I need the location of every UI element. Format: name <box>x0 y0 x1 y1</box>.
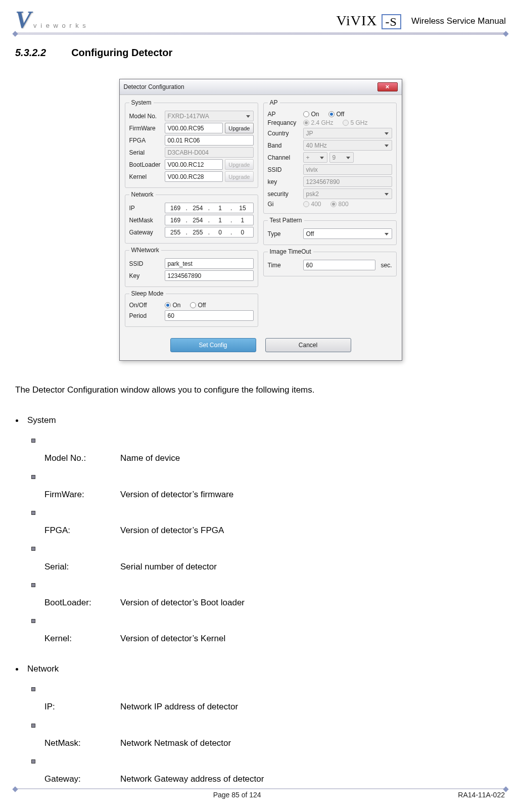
sleep-onoff-label: On/Off <box>129 302 163 309</box>
dialog-title: Detector Configuration <box>124 83 184 90</box>
definition-item: BootLoader:Version of detector’s Boot lo… <box>44 576 506 611</box>
timeout-time-label: Time <box>268 262 301 269</box>
definition-item: FirmWare:Version of detector’s firmware <box>44 467 506 503</box>
close-button[interactable]: × <box>377 82 398 91</box>
definition-term: Serial: <box>44 558 120 576</box>
ap-label: AP <box>268 111 301 118</box>
image-timeout-legend: Image TimeOut <box>268 248 313 255</box>
bootloader-label: BootLoader <box>129 161 163 168</box>
wnetwork-legend: WNetwork <box>129 247 161 254</box>
timeout-unit: sec. <box>381 262 392 269</box>
definition-term: Model No.: <box>44 449 120 467</box>
test-pattern-group: Test Pattern Type Off <box>263 217 397 245</box>
kernel-label: Kernel <box>129 173 163 180</box>
product-logo: ViVIX -S <box>337 13 401 30</box>
kernel-input[interactable]: V00.00.RC28 <box>165 171 223 182</box>
brand-logo-mark: V <box>15 10 31 29</box>
cancel-button[interactable]: Cancel <box>265 338 351 352</box>
ap-security-label: security <box>268 190 301 198</box>
ap-freq-5-radio: 5 GHz <box>343 119 368 126</box>
radio-icon <box>165 302 171 308</box>
ap-key-input: 1234567890 <box>303 176 392 187</box>
section-number: 5.3.2.2 <box>15 47 46 59</box>
gateway-label: Gateway <box>129 229 163 236</box>
serial-label: Serial <box>129 149 163 156</box>
ap-on-radio[interactable]: On <box>303 111 319 118</box>
wnetwork-ssid-input[interactable]: park_test <box>165 258 254 269</box>
timeout-time-input[interactable]: 60 <box>303 260 376 270</box>
fpga-label: FPGA <box>129 137 163 144</box>
definition-item: Kernel:Version of detector’s Kernel <box>44 612 506 648</box>
definition-term: BootLoader: <box>44 594 120 612</box>
test-pattern-legend: Test Pattern <box>268 217 304 224</box>
definition-term: NetMask: <box>44 734 120 752</box>
gateway-input[interactable]: 255. 255. 0. 0 <box>165 227 254 237</box>
firmware-upgrade-button[interactable]: Upgrade <box>225 123 253 133</box>
definition-desc: Network Netmask of detector <box>120 734 231 752</box>
definition-term: IP: <box>44 698 120 716</box>
sleep-period-label: Period <box>129 312 163 319</box>
ap-freq-label: Frequancy <box>268 119 301 126</box>
bootloader-input[interactable]: V00.00.RC12 <box>165 159 223 170</box>
test-type-select[interactable]: Off <box>303 228 392 239</box>
sleep-off-radio[interactable]: Off <box>190 302 206 309</box>
definition-desc: Version of detector’s firmware <box>120 486 233 504</box>
radio-icon <box>190 302 196 308</box>
serial-input: D3CABH-D004 <box>165 147 254 158</box>
ap-band-select: 40 MHz <box>303 140 392 151</box>
definition-item: Gateway:Network Gateway address of detec… <box>44 752 506 788</box>
kernel-upgrade-button: Upgrade <box>225 171 253 182</box>
definition-term: FPGA: <box>44 521 120 540</box>
radio-icon <box>330 201 337 207</box>
footer-divider <box>15 788 506 789</box>
sleep-group: Sleep Mode On/Off On Off Period <box>125 290 258 327</box>
wnetwork-group: WNetwork SSID park_test Key 1234567890 <box>125 247 258 287</box>
sleep-on-radio[interactable]: On <box>165 302 181 309</box>
ap-gi-400-radio: 400 <box>303 201 321 208</box>
definition-desc: Version of detector’s FPGA <box>120 521 224 540</box>
body-group-title: System <box>27 415 56 425</box>
definition-term: Gateway: <box>44 770 120 788</box>
fpga-input[interactable]: 00.01 RC06 <box>165 135 254 146</box>
netmask-input[interactable]: 169. 254. 1. 1 <box>165 215 254 225</box>
ap-band-label: Band <box>268 142 301 149</box>
ap-channel-sign-select: + <box>303 152 327 163</box>
definition-desc: Network Gateway address of detector <box>120 770 264 788</box>
header-divider <box>15 32 506 35</box>
firmware-input[interactable]: V00.00.RC95 <box>165 123 223 133</box>
ap-freq-24-radio: 2.4 GHz <box>303 119 334 126</box>
doc-number: RA14-11A-022 <box>458 791 505 799</box>
ap-country-select: JP <box>303 128 392 138</box>
body-group-title: Network <box>27 664 59 674</box>
definition-desc: Version of detector’s Boot loader <box>120 594 245 612</box>
definition-term: Kernel: <box>44 630 120 648</box>
definition-item: NetMask:Network Netmask of detector <box>44 716 506 752</box>
divider-ornament-icon <box>503 31 508 36</box>
ap-ssid-label: SSID <box>268 166 301 173</box>
ip-label: IP <box>129 205 163 212</box>
definition-item: IP:Network IP address of detector <box>44 680 506 716</box>
bootloader-upgrade-button: Upgrade <box>225 159 253 170</box>
ap-security-select: psk2 <box>303 188 392 199</box>
ap-channel-label: Channel <box>268 154 301 161</box>
network-group: Network IP 169. 254. 1. 15 NetMask <box>125 191 258 244</box>
section-title: Configuring Detector <box>71 47 172 59</box>
wnetwork-key-input[interactable]: 1234567890 <box>165 270 254 281</box>
intro-text: The Detector Configuration window allows… <box>15 381 506 399</box>
set-config-button[interactable]: Set Config <box>170 338 256 352</box>
radio-icon <box>303 120 309 126</box>
model-no-select[interactable]: FXRD-1417WA <box>165 111 254 121</box>
ap-country-label: Country <box>268 130 301 137</box>
definition-desc: Network IP address of detector <box>120 698 238 716</box>
network-legend: Network <box>129 191 156 198</box>
ip-input[interactable]: 169. 254. 1. 15 <box>165 203 254 213</box>
radio-icon <box>303 201 309 207</box>
sleep-period-input[interactable]: 60 <box>165 310 254 321</box>
definition-item: Model No.:Name of device <box>44 432 506 467</box>
netmask-label: NetMask <box>129 217 163 224</box>
definition-term: FirmWare: <box>44 486 120 504</box>
model-no-label: Model No. <box>129 113 163 120</box>
brand-logo: V v i e w o r k s <box>15 10 87 29</box>
ap-off-radio[interactable]: Off <box>328 111 345 118</box>
firmware-label: FirmWare <box>129 125 163 132</box>
